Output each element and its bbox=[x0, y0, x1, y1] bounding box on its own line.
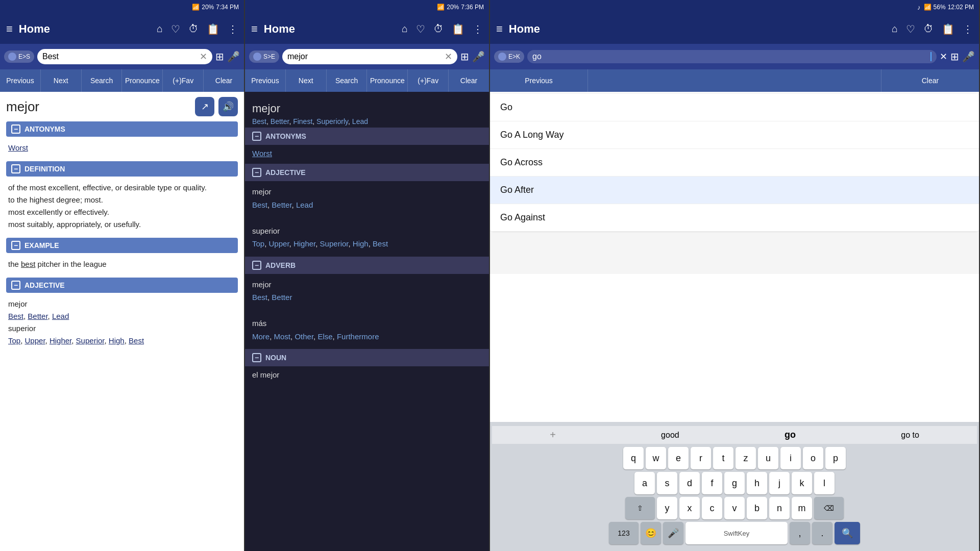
heart-icon-3[interactable]: ♡ bbox=[906, 23, 915, 35]
key-c[interactable]: c bbox=[702, 497, 722, 519]
sound-btn-1[interactable]: 🔊 bbox=[218, 97, 238, 116]
dropdown-item-go-across[interactable]: Go Across bbox=[490, 149, 979, 177]
section-antonyms-header-1[interactable]: − ANTONYMS bbox=[6, 121, 238, 137]
key-emoji[interactable]: 😊 bbox=[641, 522, 661, 544]
dropdown-item-go[interactable]: Go bbox=[490, 94, 979, 121]
scan-icon-2[interactable]: ⊞ bbox=[460, 51, 469, 63]
btn-next-2[interactable]: Next bbox=[286, 69, 327, 92]
history-icon-1[interactable]: ⏱ bbox=[188, 23, 199, 35]
heart-icon-2[interactable]: ♡ bbox=[416, 23, 425, 35]
key-g[interactable]: g bbox=[724, 472, 745, 494]
bookmark-icon-3[interactable]: 📋 bbox=[942, 23, 954, 35]
collapse-icon-noun-2[interactable]: − bbox=[252, 353, 261, 362]
key-f[interactable]: f bbox=[702, 472, 722, 494]
dropdown-item-go-long-way[interactable]: Go A Long Way bbox=[490, 121, 979, 149]
lang-toggle-1[interactable]: E>S bbox=[4, 51, 34, 63]
clear-icon-2[interactable]: ✕ bbox=[445, 51, 452, 62]
heart-icon-1[interactable]: ♡ bbox=[171, 23, 180, 35]
more-icon-2[interactable]: ⋮ bbox=[473, 23, 483, 35]
btn-pronounce-1[interactable]: Pronounce bbox=[122, 69, 163, 92]
btn-search-2[interactable]: Search bbox=[327, 69, 368, 92]
key-shift[interactable]: ⇧ bbox=[625, 497, 655, 519]
key-a[interactable]: a bbox=[634, 472, 655, 494]
clear-icon-1[interactable]: ✕ bbox=[200, 51, 207, 62]
key-z[interactable]: z bbox=[736, 447, 756, 469]
key-v[interactable]: v bbox=[724, 497, 745, 519]
btn-clear-2[interactable]: Clear bbox=[449, 69, 489, 92]
key-w[interactable]: w bbox=[646, 447, 666, 469]
share-btn-1[interactable]: ↗ bbox=[195, 97, 214, 116]
menu-icon-3[interactable]: ≡ bbox=[496, 22, 503, 36]
btn-fav-1[interactable]: (+)Fav bbox=[163, 69, 204, 92]
collapse-icon-adjective-2[interactable]: − bbox=[252, 168, 261, 177]
lang-toggle-3[interactable]: E>K bbox=[494, 51, 524, 63]
mic-icon-3[interactable]: 🎤 bbox=[962, 51, 975, 63]
dropdown-item-go-against[interactable]: Go Against bbox=[490, 204, 979, 231]
history-icon-3[interactable]: ⏱ bbox=[923, 23, 934, 35]
key-p[interactable]: p bbox=[825, 447, 846, 469]
suggestion-go[interactable]: go bbox=[785, 430, 796, 440]
suggestion-good[interactable]: good bbox=[661, 431, 679, 440]
btn-fav-2[interactable]: (+)Fav bbox=[408, 69, 449, 92]
home-icon-2[interactable]: ⌂ bbox=[402, 23, 408, 35]
menu-icon-2[interactable]: ≡ bbox=[251, 22, 258, 36]
more-icon-3[interactable]: ⋮ bbox=[963, 23, 973, 35]
key-b[interactable]: b bbox=[747, 497, 767, 519]
suggestion-goto[interactable]: go to bbox=[901, 431, 919, 440]
key-period[interactable]: . bbox=[812, 522, 832, 544]
antonym-worst-1[interactable]: Worst bbox=[8, 143, 28, 152]
btn-search-1[interactable]: Search bbox=[82, 69, 122, 92]
lang-toggle-2[interactable]: S>E bbox=[249, 51, 279, 63]
key-backspace[interactable]: ⌫ bbox=[814, 497, 844, 519]
key-n[interactable]: n bbox=[769, 497, 790, 519]
key-q[interactable]: q bbox=[623, 447, 644, 469]
menu-icon-1[interactable]: ≡ bbox=[6, 22, 13, 36]
collapse-icon-adverb-2[interactable]: − bbox=[252, 261, 261, 270]
search-input-1[interactable] bbox=[42, 52, 197, 61]
collapse-icon-adjective-1[interactable]: − bbox=[11, 281, 20, 290]
clear-icon-3[interactable]: ✕ bbox=[940, 51, 947, 62]
key-s[interactable]: s bbox=[657, 472, 677, 494]
key-mic[interactable]: 🎤 bbox=[663, 522, 683, 544]
mic-icon-2[interactable]: 🎤 bbox=[472, 51, 485, 63]
key-enter[interactable]: 🔍 bbox=[835, 522, 860, 544]
plus-icon-3[interactable]: + bbox=[550, 429, 556, 441]
home-icon-1[interactable]: ⌂ bbox=[157, 23, 163, 35]
btn-previous-3[interactable]: Previous bbox=[490, 69, 588, 92]
collapse-icon-example-1[interactable]: − bbox=[11, 241, 20, 250]
key-o[interactable]: o bbox=[803, 447, 823, 469]
key-k[interactable]: k bbox=[792, 472, 812, 494]
key-j[interactable]: j bbox=[769, 472, 790, 494]
antonym-worst-2[interactable]: Worst bbox=[252, 149, 272, 158]
search-input-2[interactable] bbox=[287, 52, 442, 61]
btn-clear-1[interactable]: Clear bbox=[204, 69, 244, 92]
key-e[interactable]: e bbox=[668, 447, 689, 469]
key-123[interactable]: 123 bbox=[609, 522, 639, 544]
key-space[interactable]: SwiftKey bbox=[685, 522, 788, 544]
search-input-3[interactable] bbox=[532, 52, 927, 61]
key-l[interactable]: l bbox=[814, 472, 835, 494]
bookmark-icon-1[interactable]: 📋 bbox=[207, 23, 219, 35]
section-definition-header-1[interactable]: − DEFINITION bbox=[6, 161, 238, 177]
section-antonyms-header-2[interactable]: − ANTONYMS bbox=[245, 128, 489, 145]
history-icon-2[interactable]: ⏱ bbox=[433, 23, 444, 35]
key-i[interactable]: i bbox=[780, 447, 801, 469]
key-r[interactable]: r bbox=[691, 447, 711, 469]
section-noun-header-2[interactable]: − NOUN bbox=[245, 349, 489, 366]
key-comma[interactable]: , bbox=[790, 522, 810, 544]
dropdown-item-go-after[interactable]: Go After bbox=[490, 177, 979, 204]
section-adjective-header-2[interactable]: − ADJECTIVE bbox=[245, 164, 489, 181]
section-example-header-1[interactable]: − EXAMPLE bbox=[6, 238, 238, 253]
key-u[interactable]: u bbox=[758, 447, 778, 469]
key-d[interactable]: d bbox=[679, 472, 700, 494]
home-icon-3[interactable]: ⌂ bbox=[892, 23, 898, 35]
btn-pronounce-2[interactable]: Pronounce bbox=[367, 69, 408, 92]
btn-clear-3[interactable]: Clear bbox=[881, 69, 979, 92]
mic-icon-1[interactable]: 🎤 bbox=[227, 51, 240, 63]
btn-next-1[interactable]: Next bbox=[41, 69, 82, 92]
scan-icon-1[interactable]: ⊞ bbox=[215, 51, 224, 63]
key-t[interactable]: t bbox=[713, 447, 733, 469]
scan-icon-3[interactable]: ⊞ bbox=[950, 51, 959, 63]
key-x[interactable]: x bbox=[679, 497, 700, 519]
section-adjective-header-1[interactable]: − ADJECTIVE bbox=[6, 278, 238, 293]
